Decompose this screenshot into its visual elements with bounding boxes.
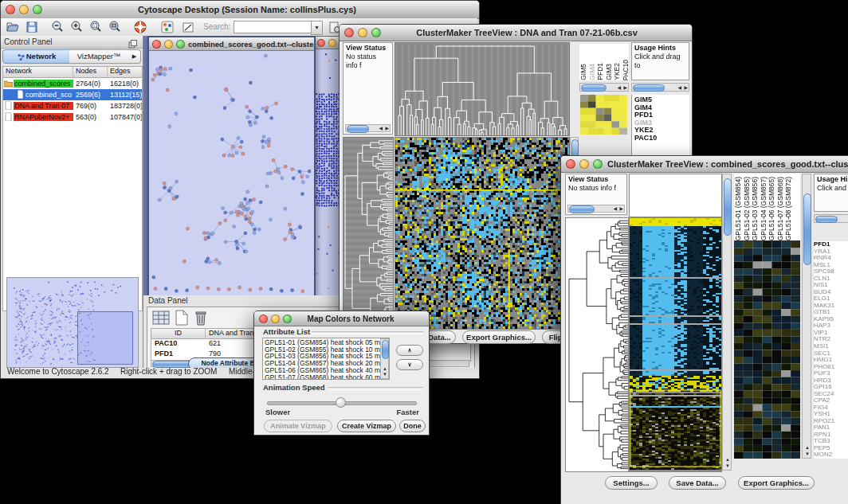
network-view-canvas[interactable] — [149, 51, 311, 295]
tab-overflow-icon[interactable]: ▶ — [128, 49, 141, 64]
zoom-button[interactable] — [176, 40, 185, 49]
export-graphics-button[interactable]: Export Graphics... — [738, 476, 815, 490]
zoom-button[interactable] — [283, 315, 292, 323]
save-icon[interactable] — [25, 20, 39, 37]
gene-list: PFD1YRA1RNR4MSL1SPC98CLN1NIS1BUD4ELG1MAK… — [814, 241, 848, 459]
create-vizmap-button[interactable]: Create Vizmap — [337, 420, 396, 432]
export-graphics-button[interactable]: Export Graphics... — [462, 330, 536, 344]
gene-list-scrollbar[interactable]: ▲▼ — [802, 174, 811, 459]
slider-thumb[interactable] — [336, 397, 346, 408]
done-button[interactable]: Done — [399, 420, 426, 432]
horizontal-scrollbar[interactable]: ◀▶ — [345, 124, 391, 132]
column-dendrogram-canvas[interactable] — [395, 42, 570, 136]
new-document-icon[interactable] — [175, 310, 189, 329]
save-data-button[interactable]: Save Data... — [669, 476, 726, 490]
zoom-out-icon[interactable] — [50, 20, 65, 37]
table-row[interactable]: combined_scores 2764(0) 16218(0) — [3, 78, 142, 89]
usage-hints-panel: Usage Hints Click and drag to — [631, 42, 689, 80]
attribute-list-scrollbar[interactable]: ▲▼ — [380, 338, 389, 379]
usage-hints-text: Click and drag to — [817, 184, 848, 193]
dialog-title-bar[interactable]: Map Colors to Network — [254, 311, 429, 326]
column-label: PFD1 — [596, 63, 605, 80]
zoom-in-icon[interactable] — [69, 20, 84, 37]
row-dendrogram-canvas[interactable] — [343, 137, 394, 330]
horizontal-scrollbar[interactable]: ◀▶ — [631, 83, 689, 92]
close-button[interactable] — [6, 5, 15, 14]
status-left: Welcome to Cytoscape 2.6.2 — [7, 367, 109, 376]
minimize-button[interactable] — [19, 5, 29, 14]
treeview2-column-labels: GPL51-01 (GSM854)GPL51-02 (GSM855)GPL51-… — [734, 174, 800, 241]
zoom-selected-icon[interactable] — [88, 20, 103, 37]
animation-speed-slider[interactable] — [267, 397, 415, 407]
column-label: GIM5 — [579, 64, 588, 80]
view-status-title: View Status — [346, 44, 390, 53]
attribute-table-icon[interactable] — [152, 310, 170, 329]
tab-network[interactable]: Network — [2, 49, 71, 64]
col-header-network[interactable]: Network — [3, 67, 73, 77]
settings-button[interactable]: Settings... — [605, 476, 658, 490]
table-row[interactable]: DNA and Tran 07 769(0) 183728(0) — [3, 100, 142, 111]
status-right: Middle- — [229, 367, 255, 376]
table-row[interactable]: RNAPuberNov2+ 563(0) 107847(0) — [3, 111, 142, 123]
row-dendrogram-canvas[interactable] — [565, 217, 629, 472]
animate-vizmap-button[interactable]: Animate Vizmap — [264, 420, 332, 432]
minimize-button[interactable] — [164, 40, 173, 49]
usage-hints-text: Click and drag to — [634, 53, 686, 70]
open-file-icon[interactable] — [6, 20, 20, 37]
zoom-button[interactable] — [593, 159, 603, 169]
search-label: Search: — [203, 22, 230, 31]
vizmapper-icon[interactable] — [160, 20, 175, 37]
annotation-icon[interactable] — [181, 20, 195, 37]
main-title-bar[interactable]: Cytoscape Desktop (Session Name: collins… — [1, 1, 479, 19]
treeview2-title: ClusterMaker TreeView : combined_scores_… — [607, 159, 848, 169]
gene-label: MON2 — [814, 451, 848, 459]
treeview1-title: ClusterMaker TreeView : DNA and Tran 07-… — [386, 28, 668, 37]
minimize-button[interactable] — [328, 39, 336, 47]
search-input[interactable] — [234, 21, 312, 33]
close-button[interactable] — [259, 315, 268, 323]
close-button[interactable] — [317, 39, 325, 47]
minimize-button[interactable] — [579, 159, 589, 169]
minimize-button[interactable] — [358, 28, 367, 37]
correlation-matrix-canvas[interactable] — [580, 95, 627, 135]
id-column-header[interactable]: ID — [151, 329, 206, 338]
close-button[interactable] — [152, 40, 161, 49]
slower-label: Slower — [265, 408, 290, 416]
col-header-edges[interactable]: Edges — [108, 67, 142, 77]
table-row[interactable]: combined_sco 2569(6) 13112(15) — [3, 89, 142, 100]
close-button[interactable] — [566, 159, 575, 169]
global-heatmap-canvas[interactable] — [629, 217, 722, 472]
move-down-button[interactable]: ∨ — [396, 359, 423, 370]
move-up-button[interactable]: ∧ — [396, 345, 423, 356]
birdseye-view[interactable] — [6, 277, 139, 368]
attribute-list-item[interactable]: GPL51-07 (GSM868) heat shock 60 min — [265, 374, 387, 380]
detail-horizontal-scrollbar[interactable]: ◀▶ — [579, 83, 629, 92]
column-label: GPL51-08 (GSM872) — [784, 177, 793, 240]
treeview2-title-bar[interactable]: ClusterMaker TreeView : combined_scores_… — [561, 156, 848, 173]
horizontal-scrollbar[interactable]: ◀▶ — [567, 205, 625, 213]
tab-vizmapper[interactable]: VizMapper™ — [69, 49, 129, 64]
vertical-scrollbar[interactable]: ▲▼ — [722, 174, 732, 471]
window-controls — [6, 5, 42, 14]
treeview2-window: ClusterMaker TreeView : combined_scores_… — [560, 155, 848, 504]
col-header-nodes[interactable]: Nodes — [73, 67, 108, 77]
horizontal-scrollbar[interactable] — [814, 214, 848, 223]
trash-icon[interactable] — [194, 310, 208, 329]
column-tree-panel — [629, 174, 722, 217]
zoom-button[interactable] — [371, 28, 381, 37]
detail-heatmap-canvas[interactable] — [734, 241, 800, 459]
data-panel-label: Data Panel — [148, 296, 187, 305]
column-label: GPL51-06 (GSM865) — [768, 177, 776, 240]
treeview1-title-bar[interactable]: ClusterMaker TreeView : DNA and Tran 07-… — [340, 25, 692, 41]
help-icon[interactable] — [133, 20, 147, 37]
column-label: PAC10 — [622, 60, 630, 80]
usage-hints-title: Usage Hints — [817, 175, 848, 184]
zoom-button[interactable] — [33, 5, 42, 14]
zoom-fit-icon[interactable] — [108, 20, 122, 37]
search-dropdown-icon[interactable]: ▼ — [311, 21, 323, 35]
column-label: GPL51-01 (GSM854) — [734, 177, 743, 240]
minimize-button[interactable] — [271, 315, 280, 323]
global-heatmap-canvas[interactable] — [395, 137, 570, 330]
column-label: GPL51-07 (GSM868) — [776, 177, 785, 240]
close-button[interactable] — [344, 28, 354, 37]
